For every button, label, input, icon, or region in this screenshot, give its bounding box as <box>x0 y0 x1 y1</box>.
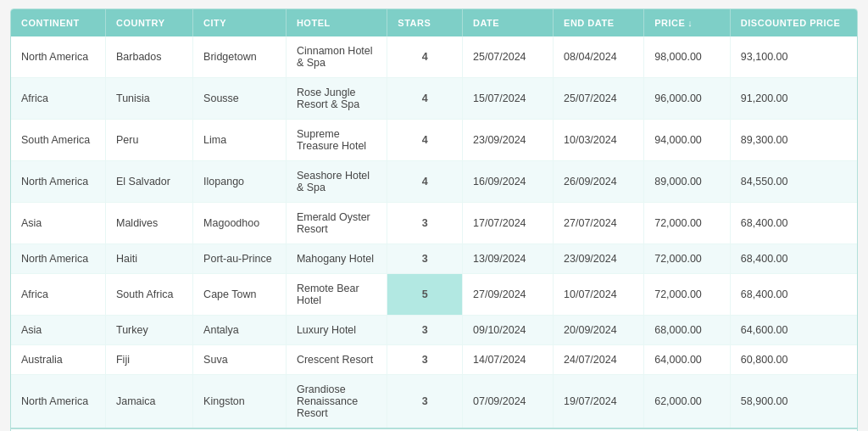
cell-date: 14/07/2024 <box>463 345 554 375</box>
cell-stars: 3 <box>387 203 463 244</box>
cell-price: 96,000.00 <box>644 78 731 120</box>
cell-country: Peru <box>105 120 192 161</box>
cell-city: Suva <box>193 345 287 375</box>
cell-city: Magoodhoo <box>193 203 287 244</box>
header-date: DATE <box>463 9 554 36</box>
cell-date: 23/09/2024 <box>463 120 554 161</box>
cell-price: 62,000.00 <box>644 375 731 429</box>
cell-price: 72,000.00 <box>644 244 731 274</box>
cell-price: 72,000.00 <box>644 203 731 244</box>
cell-country: Jamaica <box>105 375 192 429</box>
cell-end_date: 10/03/2024 <box>554 120 644 161</box>
cell-stars: 4 <box>387 120 463 161</box>
cell-hotel: Supreme Treasure Hotel <box>286 120 387 161</box>
table-row: North AmericaHaitiPort-au-PrinceMahogany… <box>11 244 857 274</box>
header-disc: DISCOUNTED PRICE <box>730 9 857 36</box>
cell-country: Maldives <box>105 203 192 244</box>
table-row: North AmericaJamaicaKingstonGrandiose Re… <box>11 375 857 429</box>
cell-city: Lima <box>193 120 287 161</box>
cell-continent: Asia <box>11 203 105 244</box>
cell-city: Bridgetown <box>193 36 287 78</box>
cell-stars: 3 <box>387 316 463 345</box>
table-row: North AmericaBarbadosBridgetownCinnamon … <box>11 36 857 78</box>
table-body: North AmericaBarbadosBridgetownCinnamon … <box>11 36 857 428</box>
sort-arrow-icon: ↓ <box>687 18 693 28</box>
cell-continent: Africa <box>11 78 105 120</box>
cell-disc: 58,900.00 <box>730 375 857 429</box>
cell-hotel: Seashore Hotel & Spa <box>286 161 387 203</box>
cell-date: 27/09/2024 <box>463 274 554 316</box>
cell-disc: 68,400.00 <box>730 244 857 274</box>
header-end_date: END DATE <box>554 9 644 36</box>
cell-disc: 60,800.00 <box>730 345 857 375</box>
cell-city: Port-au-Prince <box>193 244 287 274</box>
header-continent: CONTINENT <box>11 9 105 36</box>
cell-disc: 89,300.00 <box>730 120 857 161</box>
cell-end_date: 25/07/2024 <box>554 78 644 120</box>
header-price[interactable]: PRICE↓ <box>644 9 731 36</box>
table-row: AsiaMaldivesMagoodhooEmerald Oyster Reso… <box>11 203 857 244</box>
cell-country: El Salvador <box>105 161 192 203</box>
cell-end_date: 08/04/2024 <box>554 36 644 78</box>
cell-date: 13/09/2024 <box>463 244 554 274</box>
hotel-table: CONTINENTCOUNTRYCITYHOTELSTARSDATEEND DA… <box>11 9 857 431</box>
cell-country: Fiji <box>105 345 192 375</box>
cell-hotel: Cinnamon Hotel & Spa <box>286 36 387 78</box>
table-row: AfricaSouth AfricaCape TownRemote Bear H… <box>11 274 857 316</box>
cell-stars: 4 <box>387 36 463 78</box>
header-stars: STARS <box>387 9 463 36</box>
cell-date: 16/09/2024 <box>463 161 554 203</box>
cell-continent: North America <box>11 375 105 429</box>
table-row: South AmericaPeruLimaSupreme Treasure Ho… <box>11 120 857 161</box>
cell-disc: 68,400.00 <box>730 203 857 244</box>
header-city: CITY <box>193 9 287 36</box>
cell-hotel: Rose Jungle Resort & Spa <box>286 78 387 120</box>
cell-country: Haiti <box>105 244 192 274</box>
cell-continent: North America <box>11 244 105 274</box>
cell-date: 25/07/2024 <box>463 36 554 78</box>
cell-city: Antalya <box>193 316 287 345</box>
cell-continent: South America <box>11 120 105 161</box>
cell-disc: 84,550.00 <box>730 161 857 203</box>
cell-price: 94,000.00 <box>644 120 731 161</box>
table-header-row: CONTINENTCOUNTRYCITYHOTELSTARSDATEEND DA… <box>11 9 857 36</box>
cell-stars: 5 <box>387 274 463 316</box>
cell-end_date: 27/07/2024 <box>554 203 644 244</box>
cell-date: 07/09/2024 <box>463 375 554 429</box>
cell-country: Turkey <box>105 316 192 345</box>
cell-continent: Australia <box>11 345 105 375</box>
cell-continent: North America <box>11 161 105 203</box>
cell-end_date: 19/07/2024 <box>554 375 644 429</box>
cell-hotel: Remote Bear Hotel <box>286 274 387 316</box>
cell-date: 15/07/2024 <box>463 78 554 120</box>
cell-end_date: 26/09/2024 <box>554 161 644 203</box>
cell-disc: 91,200.00 <box>730 78 857 120</box>
cell-price: 89,000.00 <box>644 161 731 203</box>
cell-city: Sousse <box>193 78 287 120</box>
cell-hotel: Luxury Hotel <box>286 316 387 345</box>
cell-country: Tunisia <box>105 78 192 120</box>
cell-stars: 4 <box>387 78 463 120</box>
cell-disc: 93,100.00 <box>730 36 857 78</box>
cell-end_date: 24/07/2024 <box>554 345 644 375</box>
hotel-table-container: CONTINENTCOUNTRYCITYHOTELSTARSDATEEND DA… <box>10 8 858 431</box>
cell-hotel: Crescent Resort <box>286 345 387 375</box>
cell-stars: 3 <box>387 345 463 375</box>
cell-country: South Africa <box>105 274 192 316</box>
cell-continent: Africa <box>11 274 105 316</box>
table-row: AsiaTurkeyAntalyaLuxury Hotel309/10/2024… <box>11 316 857 345</box>
header-hotel: HOTEL <box>286 9 387 36</box>
cell-continent: North America <box>11 36 105 78</box>
cell-continent: Asia <box>11 316 105 345</box>
cell-date: 17/07/2024 <box>463 203 554 244</box>
cell-stars: 4 <box>387 161 463 203</box>
cell-date: 09/10/2024 <box>463 316 554 345</box>
cell-stars: 3 <box>387 244 463 274</box>
cell-hotel: Grandiose Renaissance Resort <box>286 375 387 429</box>
table-row: AfricaTunisiaSousseRose Jungle Resort & … <box>11 78 857 120</box>
cell-disc: 64,600.00 <box>730 316 857 345</box>
cell-city: Ilopango <box>193 161 287 203</box>
cell-hotel: Mahogany Hotel <box>286 244 387 274</box>
cell-price: 72,000.00 <box>644 274 731 316</box>
cell-city: Cape Town <box>193 274 287 316</box>
